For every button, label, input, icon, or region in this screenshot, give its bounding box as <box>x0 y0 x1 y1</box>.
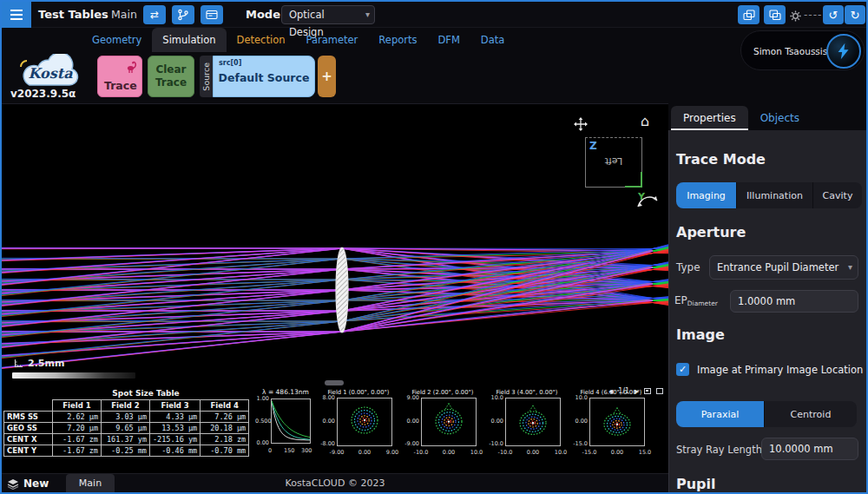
duplicate-panel-button[interactable] <box>764 5 786 24</box>
spot-table-cell: 13.53 μm <box>150 423 201 434</box>
field-x-tick: 0.00 <box>524 449 542 456</box>
add-source-button[interactable]: + <box>318 56 336 97</box>
field-y-tick: 0.00 <box>486 418 503 425</box>
field-x-tick: 10.0 <box>552 449 569 456</box>
branch-icon <box>177 9 189 21</box>
tab-dfm[interactable]: DFM <box>427 28 470 52</box>
ep-diameter-input[interactable] <box>730 290 858 313</box>
illumination-button[interactable]: Illumination <box>737 182 813 208</box>
scale-label: 2.5mm <box>28 358 64 369</box>
field-x-tick: -15.0 <box>581 449 598 456</box>
source-vertical-tab[interactable]: Source <box>200 56 213 97</box>
field-plots: Field 1 (0.00°, 0.00°)8.000.00-8.00-9.00… <box>318 388 658 471</box>
swap-button[interactable]: ⇄ <box>143 5 166 24</box>
tab-objects[interactable]: Objects <box>748 106 812 130</box>
tab-detection[interactable]: Detection <box>227 28 296 52</box>
mode-select[interactable]: Optical Design ▾ <box>281 5 375 24</box>
expand-plots-icon[interactable] <box>644 388 651 394</box>
tab-parameter[interactable]: Parameter <box>295 28 368 52</box>
footer-bar: New Main KostaCLOUD © 2023 <box>2 473 668 492</box>
tab-reports[interactable]: Reports <box>368 28 427 52</box>
hamburger-menu-button[interactable] <box>2 2 31 28</box>
flamingo-icon <box>125 59 139 74</box>
spot-table-cell: -1.67 zm <box>53 445 102 457</box>
field-x-tick: 0.00 <box>608 449 626 456</box>
rotate-view-icon[interactable] <box>634 191 661 212</box>
undo-icon: ↺ <box>829 9 838 22</box>
stray-ray-input[interactable] <box>761 438 858 460</box>
primary-image-checkbox[interactable]: ✓ <box>676 363 689 376</box>
redo-button[interactable]: ↻ <box>845 5 865 24</box>
field-y-tick: -9.00 <box>402 440 419 447</box>
cavity-button[interactable]: Cavity <box>813 182 862 208</box>
settings-gear-icon[interactable] <box>790 9 801 25</box>
user-account-pill[interactable]: Simon Tsaoussis <box>740 30 865 70</box>
field-x-tick: 9.00 <box>384 449 401 456</box>
field-y-tick: 8.00 <box>318 394 335 401</box>
spot-table-cell: 7.20 μm <box>53 423 102 434</box>
field-plot: Field 1 (0.00°, 0.00°)8.000.00-8.00-9.00… <box>318 388 399 471</box>
undo-button[interactable]: ↺ <box>823 5 844 24</box>
centroid-button[interactable]: Centroid <box>765 401 857 427</box>
trace-button[interactable]: Trace <box>97 56 142 97</box>
field-x-tick: 15.0 <box>636 449 654 456</box>
spot-table-cell: 3.03 μm <box>102 412 150 423</box>
source-name-label: Default Source <box>214 71 314 84</box>
view-orientation-cube[interactable]: Z Left Y <box>585 137 642 188</box>
field-x-tick: -10.0 <box>496 449 514 456</box>
spot-table-col-header: Field 2 <box>102 400 150 412</box>
ray-canvas <box>2 104 668 386</box>
scale-indicator: 2.5mm <box>14 358 64 369</box>
field-plot-frame <box>421 398 477 446</box>
panel-tab-row: Properties Objects <box>671 106 812 130</box>
lambda-y-tick: 0.00 <box>255 439 269 446</box>
field-y-tick: -10.0 <box>486 440 503 447</box>
tab-simulation[interactable]: Simulation <box>152 28 226 52</box>
default-source-button[interactable]: src[0] Default Source <box>213 56 315 97</box>
new-tab-label: New <box>23 478 49 490</box>
aperture-type-value: Entrance Pupil Diameter <box>717 261 838 273</box>
lambda-x-tick: 150 <box>284 447 294 454</box>
swap-icon: ⇄ <box>150 9 159 21</box>
spot-table-corner <box>4 400 53 412</box>
home-view-icon[interactable]: ⌂ <box>641 113 649 129</box>
lens-element <box>336 247 348 333</box>
new-tab-button[interactable]: New <box>7 474 49 493</box>
tab-properties[interactable]: Properties <box>671 106 748 130</box>
tab-geometry[interactable]: Geometry <box>82 28 152 52</box>
spot-table-cell: 2.18 zm <box>201 434 249 445</box>
user-name: Simon Tsaoussis <box>753 31 827 71</box>
paraxial-button[interactable]: Paraxial <box>676 401 765 427</box>
raytrace-viewport[interactable]: ⌂ Z Left Y 2.5mm <box>2 103 668 386</box>
panel-layout-button[interactable] <box>738 5 760 24</box>
spot-table-col-header: Field 3 <box>150 400 201 412</box>
branch-button[interactable] <box>172 5 194 24</box>
image-reference-segment: Paraxial Centroid <box>676 401 857 427</box>
imaging-button[interactable]: Imaging <box>676 182 737 208</box>
strip-resize-handle[interactable] <box>325 380 344 385</box>
field-plot: Field 2 (2.00°, 0.00°)9.000.00-9.00-10.0… <box>402 388 483 471</box>
tab-data[interactable]: Data <box>470 28 515 52</box>
card-view-button[interactable] <box>201 5 223 24</box>
spot-table-title: Spot Size Table <box>3 387 253 399</box>
clear-trace-button[interactable]: Clear Trace <box>148 56 194 97</box>
pagination-prev-icon[interactable]: ◀ <box>608 388 613 395</box>
aperture-heading: Aperture <box>676 224 746 240</box>
field-plot-frame <box>337 398 392 446</box>
lambda-x-tick: 300 <box>301 447 312 454</box>
doc-tab-main[interactable]: Main <box>66 474 115 493</box>
kosta-app-window: Test Tables Main ⇄ Mode Optical Design ▾… <box>0 0 868 494</box>
spot-table-head-row: Field 1Field 2Field 3Field 4 <box>4 400 249 412</box>
spot-diagram-svg <box>590 398 644 445</box>
popout-plots-icon[interactable] <box>656 388 663 394</box>
spot-table-cell: -215.16 ym <box>150 434 201 445</box>
pan-icon[interactable] <box>573 116 589 132</box>
stray-ray-label: Stray Ray Length <box>676 444 762 456</box>
properties-panel: Trace Mode Imaging Illumination Cavity A… <box>668 130 866 492</box>
spot-table-row-label: CENT X <box>4 434 53 445</box>
primary-image-label: Image at Primary Image Location <box>697 364 863 376</box>
nav-tab-row: Geometry Simulation Detection Parameter … <box>2 28 661 52</box>
spot-table-cell: 7.26 μm <box>201 412 249 423</box>
aperture-type-select[interactable]: Entrance Pupil Diameter ▾ <box>709 255 858 280</box>
pagination-next-icon[interactable]: ▶ <box>635 388 639 395</box>
